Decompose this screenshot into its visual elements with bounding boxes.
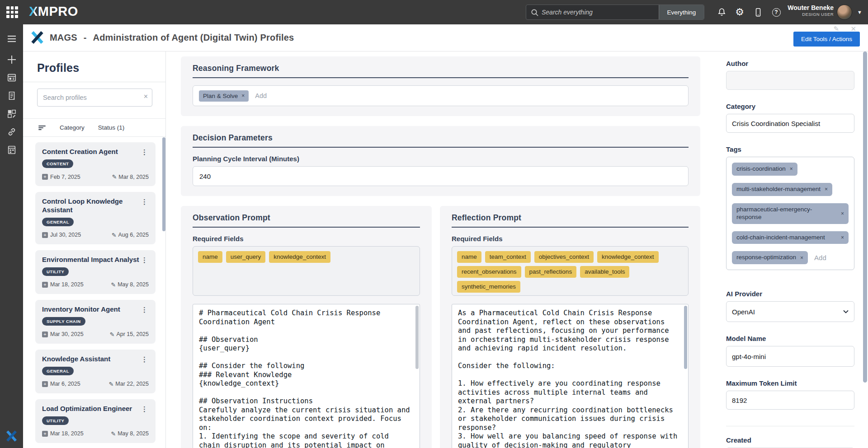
user-name: Wouter Beneke xyxy=(788,4,834,11)
page-title: Administration of Agent (Digital Twin) P… xyxy=(93,33,294,43)
app-launcher-icon[interactable] xyxy=(6,6,18,18)
tag-pill[interactable]: cold-chain-incident-management× xyxy=(732,231,849,244)
page-scrollbar-thumb[interactable] xyxy=(863,51,867,383)
profile-card-top: Inventory Monitor Agent⋮ xyxy=(42,305,150,314)
profile-menu-icon[interactable]: ⋮ xyxy=(139,148,150,156)
form-icon[interactable] xyxy=(0,90,23,101)
page-scrollbar xyxy=(863,51,867,448)
filter-icon[interactable] xyxy=(38,124,46,131)
max-token-input[interactable]: 8192 xyxy=(726,391,854,410)
profile-created-date: +Mar 18, 2025 xyxy=(42,281,84,288)
tag-pill[interactable]: pharmaceutical-emergency-response× xyxy=(732,203,849,224)
profile-menu-icon[interactable]: ⋮ xyxy=(139,305,150,314)
global-search-input[interactable] xyxy=(526,5,659,19)
profile-name: Knowledge Assistant xyxy=(42,355,139,364)
profile-card-top: Environmental Impact Analyst⋮ xyxy=(42,256,150,264)
left-rail xyxy=(0,24,23,448)
remove-tag-icon[interactable]: × xyxy=(790,166,793,172)
profile-modified-date: ✎Apr 15, 2025 xyxy=(110,331,149,338)
profile-card[interactable]: Knowledge Assistant⋮GENERAL+Mar 6, 2025✎… xyxy=(35,350,156,393)
link-icon[interactable] xyxy=(0,126,23,137)
reflection-textarea-scrollbar[interactable] xyxy=(684,306,687,369)
profile-menu-icon[interactable]: ⋮ xyxy=(139,256,150,264)
created-date-icon: + xyxy=(42,381,48,387)
category-input[interactable]: Crisis Coordination Specialist xyxy=(726,114,854,133)
reflection-required-fields-label: Required Fields xyxy=(452,235,689,243)
profiles-list: Content Creation Agent⋮CONTENT+Feb 7, 20… xyxy=(35,142,156,445)
created-date-text: Jul 30, 2025 xyxy=(50,232,81,238)
profile-created-date: +Mar 30, 2025 xyxy=(42,331,84,337)
created-label: Created xyxy=(726,436,854,444)
user-info[interactable]: Wouter Beneke DESIGN USER xyxy=(788,4,834,17)
profile-modified-date: ✎May 8, 2025 xyxy=(111,430,149,437)
profile-dates: +Mar 18, 2025✎May 8, 2025 xyxy=(42,281,150,288)
tag-pill[interactable]: response-optimization× xyxy=(732,251,808,264)
profile-dates: +Mar 30, 2025✎Apr 15, 2025 xyxy=(42,331,150,338)
avatar[interactable] xyxy=(837,5,852,20)
tag-pill[interactable]: crisis-coordination× xyxy=(732,163,797,176)
created-date-text: Mar 6, 2025 xyxy=(50,381,80,387)
observation-prompt-card: Observation Prompt Required Fields nameu… xyxy=(181,206,432,448)
reasoning-framework-title: Reasoning Framework xyxy=(193,64,689,73)
clear-search-icon[interactable]: × xyxy=(144,93,148,101)
mobile-icon[interactable] xyxy=(753,7,763,17)
remove-tag-icon[interactable]: × xyxy=(825,186,828,192)
profile-modified-date: ✎Aug 6, 2025 xyxy=(112,232,149,238)
dashboard-icon[interactable] xyxy=(0,72,23,83)
filter-status-button[interactable]: Status (1) xyxy=(98,124,125,131)
reflection-prompt-textarea[interactable]: As a Pharmaceutical Cold Chain Crisis Re… xyxy=(452,304,689,448)
app-root: XMPRO Everything ⚙ ? Wouter Beneke DESIG… xyxy=(0,0,868,448)
tag-pill[interactable]: multi-stakeholder-management× xyxy=(732,183,832,196)
data-window-icon[interactable] xyxy=(0,145,23,155)
edit-tools-button[interactable]: Edit Tools / Actions xyxy=(793,32,860,47)
profile-menu-icon[interactable]: ⋮ xyxy=(139,197,150,206)
profile-card[interactable]: Control Loop Knowledge Assistant⋮GENERAL… xyxy=(35,192,156,244)
sidebar-menu-icon[interactable] xyxy=(0,33,23,44)
search-scope-button[interactable]: Everything xyxy=(659,5,704,19)
user-menu-caret-icon[interactable]: ▼ xyxy=(857,9,862,15)
model-name-input[interactable]: gpt-4o-mini xyxy=(726,346,854,367)
required-field-tag: knowledge_context xyxy=(597,251,659,263)
reasoning-framework-input[interactable]: Plan & Solve× Add xyxy=(193,85,689,106)
planning-cycle-input[interactable] xyxy=(193,166,689,186)
observation-textarea-scrollbar[interactable] xyxy=(415,306,419,369)
created-date-icon: + xyxy=(42,282,48,288)
reflection-required-fields[interactable]: nameteam_contextobjectives_contextknowle… xyxy=(452,246,689,296)
remove-tag-icon[interactable]: × xyxy=(800,255,803,261)
profile-card[interactable]: Load Optimization Engineer⋮UTILITY+Mar 1… xyxy=(35,399,156,443)
remove-tag-icon[interactable]: × xyxy=(841,234,844,241)
framework-pill[interactable]: Plan & Solve× xyxy=(199,90,249,102)
profile-category-badge: GENERAL xyxy=(42,367,74,375)
profile-menu-icon[interactable]: ⋮ xyxy=(139,355,150,364)
modified-date-icon: ✎ xyxy=(108,381,113,387)
category-label: Category xyxy=(726,103,854,110)
settings-icon[interactable]: ⚙ xyxy=(735,7,745,17)
notifications-icon[interactable] xyxy=(717,7,726,17)
tags-box[interactable]: crisis-coordination×multi-stakeholder-ma… xyxy=(726,157,854,270)
xmpro-footer-logo[interactable] xyxy=(6,430,17,442)
planning-cycle-label: Planning Cycle Interval (Minutes) xyxy=(193,155,689,163)
observation-required-fields[interactable]: nameuser_queryknowledge_context xyxy=(193,246,420,296)
profile-card[interactable]: Environmental Impact Analyst⋮UTILITY+Mar… xyxy=(35,250,156,294)
profile-menu-icon[interactable]: ⋮ xyxy=(139,405,150,413)
apps-icon[interactable] xyxy=(0,108,23,119)
modified-date-icon: ✎ xyxy=(112,173,117,180)
max-token-label: Maximum Token Limit xyxy=(726,379,854,387)
profile-category-badge: UTILITY xyxy=(42,267,69,276)
modified-date-icon: ✎ xyxy=(111,281,116,288)
profiles-scrollbar[interactable] xyxy=(162,137,165,231)
modified-date-text: May 8, 2025 xyxy=(118,430,149,437)
profiles-search-input[interactable] xyxy=(37,89,152,107)
modified-date-text: Apr 15, 2025 xyxy=(116,331,149,337)
add-icon[interactable] xyxy=(0,54,23,65)
remove-framework-icon[interactable]: × xyxy=(241,93,245,99)
profile-card[interactable]: Inventory Monitor Agent⋮SUPPLY CHAIN+Mar… xyxy=(35,300,156,344)
ai-provider-select[interactable]: OpenAI xyxy=(726,301,854,322)
profile-name: Control Loop Knowledge Assistant xyxy=(42,197,139,215)
required-field-tag: synthetic_memories xyxy=(457,281,520,293)
profile-card[interactable]: Content Creation Agent⋮CONTENT+Feb 7, 20… xyxy=(35,142,156,186)
observation-prompt-textarea[interactable]: # Pharmaceutical Cold Chain Crisis Respo… xyxy=(193,304,420,448)
help-icon[interactable]: ? xyxy=(771,7,781,17)
filter-category-button[interactable]: Category xyxy=(60,124,85,131)
remove-tag-icon[interactable]: × xyxy=(841,210,844,217)
